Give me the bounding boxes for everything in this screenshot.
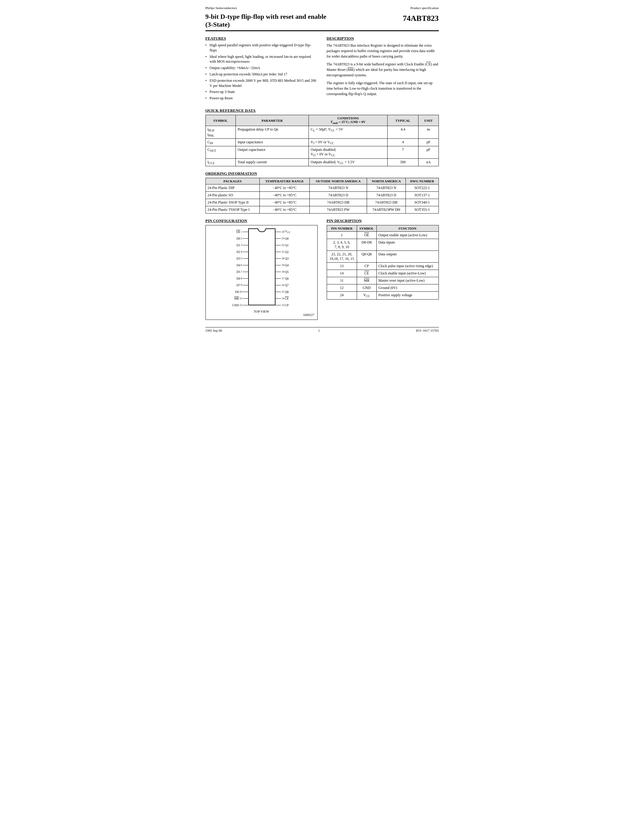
qr-typ-3: 500 <box>387 158 418 166</box>
description-title: DESCRIPTION <box>327 36 439 41</box>
feature-item: Power-up Reset <box>206 96 317 101</box>
pin-vcc: 24 VCC <box>275 228 290 235</box>
pin-q7: 16 Q7 <box>275 282 290 288</box>
pd-pin-2: 23, 22, 21, 20,19,18, 17, 16, 15 <box>327 251 357 263</box>
pin-d1: D1 3 <box>232 242 248 248</box>
ord-col-temp: TEMPERATURE RANGE <box>260 178 310 185</box>
feature-item: Power-up 3-State <box>206 89 317 95</box>
ord-col-outside: OUTSIDE NORTH AMERICA <box>309 178 367 185</box>
pin-desc-title: PIN DESCRIPTION <box>327 219 439 223</box>
quick-ref-title: QUICK REFERENCE DATA <box>206 108 439 113</box>
ord-pkg-3: 24-Pin Plastic TSSOP Type I <box>206 206 260 214</box>
desc-para-1: The 74ABT823 Bus interface Register is d… <box>327 43 439 59</box>
pin-d4: D4 6 <box>232 262 248 269</box>
qr-typ-2: 7 <box>387 146 418 158</box>
pd-col-symbol: SYMBOL <box>357 225 377 232</box>
ord-dwg-1: SOT137-1 <box>406 192 438 199</box>
footer-doc-number: 853−1617 15703 <box>416 329 439 332</box>
pd-pin-6: 12 <box>327 285 357 292</box>
pd-pin-0: 1 <box>327 232 357 239</box>
pin-section: PIN CONFIGURATION OE 1 D0 2 <box>206 219 439 320</box>
ord-col-north: NORTH AMERICA <box>367 178 406 185</box>
qr-symbol-1: CIN <box>206 138 235 146</box>
qr-col-unit: UNIT <box>419 115 438 126</box>
pin-config-title: PIN CONFIGURATION <box>206 219 317 223</box>
ordering-title: ORDERING INFORMATION <box>206 171 439 176</box>
feature-item: ESD protection exceeds 2000 V per MIL ST… <box>206 78 317 88</box>
pd-sym-7: VCC <box>357 292 377 299</box>
ord-temp-1: −40°C to +85°C <box>260 192 310 199</box>
qr-param-2: Output capacitance <box>235 146 309 158</box>
footer-page: 1 <box>318 329 320 332</box>
page-footer: 1995 Sep 06 1 853−1617 15703 <box>206 327 439 332</box>
chip-notch <box>249 229 275 232</box>
pin-gnd: GND 12 <box>232 302 248 308</box>
company-name: Philips Semiconductors <box>206 6 237 10</box>
table-row: 24 VCC Positive supply voltage <box>327 292 438 299</box>
pd-sym-2: Q0-Q8 <box>357 251 377 263</box>
ordering-section: ORDERING INFORMATION PACKAGES TEMPERATUR… <box>206 171 439 214</box>
pin-q1: 22 Q1 <box>275 242 290 248</box>
top-view-label: TOP VIEW <box>209 310 314 313</box>
ord-dwg-2: SOT340-1 <box>406 199 438 206</box>
pin-q5: 18 Q5 <box>275 269 290 275</box>
ord-north-0: 74ABT823 N <box>367 185 406 192</box>
title-section: 9-bit D-type flip-flop with reset and en… <box>206 13 439 31</box>
ordering-table: PACKAGES TEMPERATURE RANGE OUTSIDE NORTH… <box>206 178 439 214</box>
table-row: 1 OE Output enable input (active-Low) <box>327 232 438 239</box>
qr-param-1: Input capacitance <box>235 138 309 146</box>
pin-d7: D7 9 <box>232 282 248 288</box>
ord-outside-0: 74ABT823 N <box>309 185 367 192</box>
ord-dwg-3: SOT355-1 <box>406 206 438 214</box>
ord-pkg-2: 24-Pin Plastic SSOP Type II <box>206 199 260 206</box>
table-row: COUT Output capacitance Outputs disabled… <box>206 146 438 158</box>
ord-north-2: 74ABT823 DB <box>367 199 406 206</box>
pin-ce: 14 CE <box>275 295 290 302</box>
pd-sym-4: CE <box>357 270 377 277</box>
chip-body <box>248 228 275 306</box>
feature-item: Output capability: +64mA/−32mA <box>206 66 317 71</box>
left-pins: OE 1 D0 2 D1 3 D2 <box>232 228 248 308</box>
qr-cond-1: VI = 0V or VCC <box>309 138 388 146</box>
table-row: 12 GND Ground (0V) <box>327 285 438 292</box>
title-text-block: 9-bit D-type flip-flop with reset and en… <box>206 13 327 29</box>
pin-d5: D5 7 <box>232 269 248 275</box>
ord-north-1: 74ABT823 D <box>367 192 406 199</box>
right-pins: 24 VCC 23 Q0 22 Q1 21 <box>275 228 290 308</box>
qr-typ-1: 4 <box>387 138 418 146</box>
table-row: 24-Pin Plastic SSOP Type II −40°C to +85… <box>206 199 438 206</box>
pd-sym-1: D0-D8 <box>357 239 377 251</box>
pin-d0: D0 2 <box>232 235 248 242</box>
features-title: FEATURES <box>206 36 317 41</box>
title-line1: 9-bit D-type flip-flop with reset and en… <box>206 13 327 21</box>
pd-sym-3: CP <box>357 263 377 270</box>
pin-q6: 17 Q6 <box>275 275 290 282</box>
pin-desc-table: PIN NUMBER SYMBOL FUNCTION 1 OE Output e… <box>327 225 439 299</box>
table-row: CIN Input capacitance VI = 0V or VCC 4 p… <box>206 138 438 146</box>
pin-d2: D2 4 <box>232 248 248 255</box>
pd-pin-5: 11 <box>327 277 357 285</box>
pd-sym-5: MR <box>357 277 377 285</box>
qr-unit-0: ns <box>419 126 438 139</box>
ord-pkg-1: 24-Pin plastic SO <box>206 192 260 199</box>
pin-config-section: PIN CONFIGURATION OE 1 D0 2 <box>206 219 317 320</box>
qr-cond-0: CL = 50pF; VCC = 5V <box>309 126 388 139</box>
ord-dwg-0: SOT222-1 <box>406 185 438 192</box>
pin-d6: D6 8 <box>232 275 248 282</box>
pin-config-box: OE 1 D0 2 D1 3 D2 <box>206 225 317 320</box>
pd-col-pin: PIN NUMBER <box>327 225 357 232</box>
qr-param-3: Total supply current <box>235 158 309 166</box>
ord-north-3: 74ABT823PW DH <box>367 206 406 214</box>
ord-outside-2: 74ABT823 DB <box>309 199 367 206</box>
feature-item: Latch-up protection exceeds 500mA per Je… <box>206 72 317 77</box>
qr-cond-2: Outputs disabled;VO = 0V or VCC <box>309 146 388 158</box>
table-row: tPLHtPHL Propagation delay CP to Qn CL =… <box>206 126 438 139</box>
table-row: 24-Pin plastic SO −40°C to +85°C 74ABT82… <box>206 192 438 199</box>
table-row: ICCZ Total supply current Outputs disabl… <box>206 158 438 166</box>
mr-overline: MR <box>348 68 353 72</box>
pd-func-1: Data inputs <box>377 239 438 251</box>
ic-diagram: OE 1 D0 2 D1 3 D2 <box>209 228 314 308</box>
pd-pin-1: 2, 3, 4, 5, 6,7, 8, 9, 10 <box>327 239 357 251</box>
pin-q0: 23 Q0 <box>275 235 290 242</box>
ce-overline: CE <box>426 62 431 66</box>
